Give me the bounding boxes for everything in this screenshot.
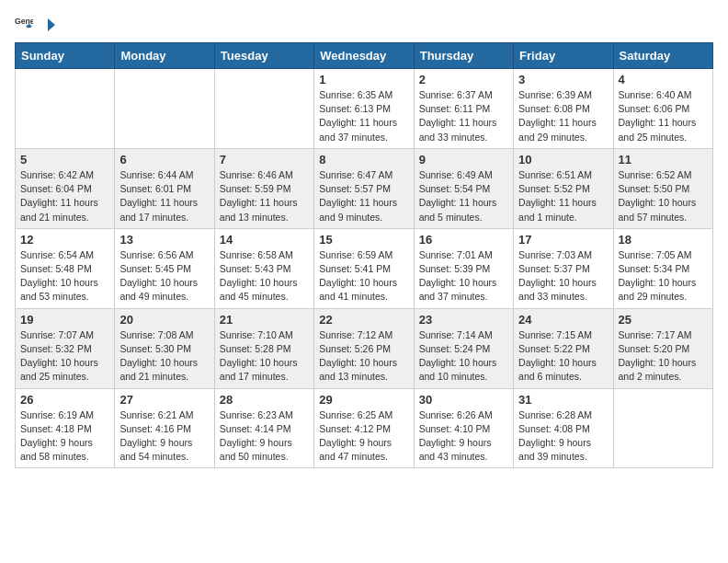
calendar-table: SundayMondayTuesdayWednesdayThursdayFrid… bbox=[15, 42, 713, 468]
weekday-header-sunday: Sunday bbox=[16, 43, 115, 69]
day-number: 28 bbox=[220, 393, 309, 407]
day-info: Sunrise: 6:44 AM Sunset: 6:01 PM Dayligh… bbox=[119, 168, 209, 224]
day-number: 2 bbox=[419, 73, 508, 86]
day-cell: 16Sunrise: 7:01 AM Sunset: 5:39 PM Dayli… bbox=[414, 228, 513, 308]
day-info: Sunrise: 7:12 AM Sunset: 5:26 PM Dayligh… bbox=[319, 328, 408, 385]
day-info: Sunrise: 7:14 AM Sunset: 5:24 PM Dayligh… bbox=[419, 328, 508, 385]
day-number: 14 bbox=[220, 233, 309, 247]
day-cell: 30Sunrise: 6:26 AM Sunset: 4:10 PM Dayli… bbox=[414, 388, 513, 468]
day-number: 23 bbox=[419, 313, 508, 327]
day-cell: 31Sunrise: 6:28 AM Sunset: 4:08 PM Dayli… bbox=[514, 388, 613, 468]
day-number: 6 bbox=[119, 153, 209, 167]
day-cell: 28Sunrise: 6:23 AM Sunset: 4:14 PM Dayli… bbox=[214, 388, 313, 468]
day-cell: 20Sunrise: 7:08 AM Sunset: 5:30 PM Dayli… bbox=[115, 308, 214, 388]
day-number: 25 bbox=[619, 313, 708, 327]
day-info: Sunrise: 6:21 AM Sunset: 4:16 PM Dayligh… bbox=[119, 408, 209, 465]
day-info: Sunrise: 7:15 AM Sunset: 5:22 PM Dayligh… bbox=[518, 328, 608, 385]
day-number: 21 bbox=[220, 313, 309, 327]
day-number: 12 bbox=[20, 233, 109, 247]
svg-marker-1 bbox=[48, 18, 55, 31]
day-cell: 3Sunrise: 6:39 AM Sunset: 6:08 PM Daylig… bbox=[514, 69, 613, 149]
logo-icon: General bbox=[15, 16, 33, 34]
day-info: Sunrise: 7:10 AM Sunset: 5:28 PM Dayligh… bbox=[220, 328, 309, 385]
day-info: Sunrise: 7:03 AM Sunset: 5:37 PM Dayligh… bbox=[518, 248, 608, 304]
day-number: 9 bbox=[419, 153, 508, 167]
day-number: 1 bbox=[319, 73, 408, 86]
day-info: Sunrise: 6:58 AM Sunset: 5:43 PM Dayligh… bbox=[220, 248, 309, 304]
day-cell bbox=[613, 388, 712, 468]
day-info: Sunrise: 6:40 AM Sunset: 6:06 PM Dayligh… bbox=[619, 88, 708, 144]
day-cell: 25Sunrise: 7:17 AM Sunset: 5:20 PM Dayli… bbox=[613, 308, 712, 388]
day-number: 5 bbox=[20, 153, 109, 167]
day-cell: 10Sunrise: 6:51 AM Sunset: 5:52 PM Dayli… bbox=[514, 148, 613, 228]
weekday-header-wednesday: Wednesday bbox=[314, 43, 414, 69]
day-info: Sunrise: 6:23 AM Sunset: 4:14 PM Dayligh… bbox=[220, 408, 309, 465]
day-cell: 26Sunrise: 6:19 AM Sunset: 4:18 PM Dayli… bbox=[16, 388, 115, 468]
day-number: 26 bbox=[20, 393, 109, 407]
day-info: Sunrise: 6:51 AM Sunset: 5:52 PM Dayligh… bbox=[518, 168, 608, 224]
day-cell: 9Sunrise: 6:49 AM Sunset: 5:54 PM Daylig… bbox=[414, 148, 513, 228]
day-info: Sunrise: 7:07 AM Sunset: 5:32 PM Dayligh… bbox=[20, 328, 109, 385]
day-cell: 8Sunrise: 6:47 AM Sunset: 5:57 PM Daylig… bbox=[314, 148, 414, 228]
day-number: 16 bbox=[419, 233, 508, 247]
day-cell: 12Sunrise: 6:54 AM Sunset: 5:48 PM Dayli… bbox=[16, 228, 115, 308]
day-info: Sunrise: 6:54 AM Sunset: 5:48 PM Dayligh… bbox=[20, 248, 109, 304]
weekday-header-monday: Monday bbox=[115, 43, 214, 69]
day-info: Sunrise: 6:46 AM Sunset: 5:59 PM Dayligh… bbox=[220, 168, 309, 224]
day-number: 4 bbox=[619, 73, 708, 86]
day-cell: 4Sunrise: 6:40 AM Sunset: 6:06 PM Daylig… bbox=[613, 69, 712, 149]
day-cell: 22Sunrise: 7:12 AM Sunset: 5:26 PM Dayli… bbox=[314, 308, 414, 388]
day-number: 24 bbox=[518, 313, 608, 327]
day-info: Sunrise: 6:35 AM Sunset: 6:13 PM Dayligh… bbox=[319, 88, 408, 144]
day-info: Sunrise: 7:05 AM Sunset: 5:34 PM Dayligh… bbox=[619, 248, 708, 304]
day-info: Sunrise: 7:17 AM Sunset: 5:20 PM Dayligh… bbox=[619, 328, 708, 385]
logo-arrow-icon bbox=[37, 15, 57, 35]
day-number: 29 bbox=[319, 393, 408, 407]
day-number: 7 bbox=[220, 153, 309, 167]
weekday-header-thursday: Thursday bbox=[414, 43, 513, 69]
day-cell: 27Sunrise: 6:21 AM Sunset: 4:16 PM Dayli… bbox=[115, 388, 214, 468]
weekday-header-saturday: Saturday bbox=[613, 43, 712, 69]
day-number: 22 bbox=[319, 313, 408, 327]
day-number: 13 bbox=[119, 233, 209, 247]
day-info: Sunrise: 6:28 AM Sunset: 4:08 PM Dayligh… bbox=[518, 408, 608, 465]
day-info: Sunrise: 6:25 AM Sunset: 4:12 PM Dayligh… bbox=[319, 408, 408, 465]
day-info: Sunrise: 6:39 AM Sunset: 6:08 PM Dayligh… bbox=[518, 88, 608, 144]
day-number: 19 bbox=[20, 313, 109, 327]
header-row: SundayMondayTuesdayWednesdayThursdayFrid… bbox=[16, 43, 713, 69]
day-cell: 18Sunrise: 7:05 AM Sunset: 5:34 PM Dayli… bbox=[613, 228, 712, 308]
day-number: 20 bbox=[119, 313, 209, 327]
day-cell: 17Sunrise: 7:03 AM Sunset: 5:37 PM Dayli… bbox=[514, 228, 613, 308]
day-info: Sunrise: 6:37 AM Sunset: 6:11 PM Dayligh… bbox=[419, 88, 508, 144]
day-cell: 15Sunrise: 6:59 AM Sunset: 5:41 PM Dayli… bbox=[314, 228, 414, 308]
day-info: Sunrise: 6:49 AM Sunset: 5:54 PM Dayligh… bbox=[419, 168, 508, 224]
day-cell: 21Sunrise: 7:10 AM Sunset: 5:28 PM Dayli… bbox=[214, 308, 313, 388]
day-cell: 11Sunrise: 6:52 AM Sunset: 5:50 PM Dayli… bbox=[613, 148, 712, 228]
day-cell: 6Sunrise: 6:44 AM Sunset: 6:01 PM Daylig… bbox=[115, 148, 214, 228]
week-row-2: 5Sunrise: 6:42 AM Sunset: 6:04 PM Daylig… bbox=[16, 148, 713, 228]
day-number: 8 bbox=[319, 153, 408, 167]
day-number: 30 bbox=[419, 393, 508, 407]
day-number: 11 bbox=[619, 153, 708, 167]
day-number: 15 bbox=[319, 233, 408, 247]
day-info: Sunrise: 7:01 AM Sunset: 5:39 PM Dayligh… bbox=[419, 248, 508, 304]
day-info: Sunrise: 7:08 AM Sunset: 5:30 PM Dayligh… bbox=[119, 328, 209, 385]
day-cell: 5Sunrise: 6:42 AM Sunset: 6:04 PM Daylig… bbox=[16, 148, 115, 228]
day-info: Sunrise: 6:26 AM Sunset: 4:10 PM Dayligh… bbox=[419, 408, 508, 465]
day-info: Sunrise: 6:47 AM Sunset: 5:57 PM Dayligh… bbox=[319, 168, 408, 224]
day-cell bbox=[16, 69, 115, 149]
day-number: 10 bbox=[518, 153, 608, 167]
day-number: 3 bbox=[518, 73, 608, 86]
week-row-5: 26Sunrise: 6:19 AM Sunset: 4:18 PM Dayli… bbox=[16, 388, 713, 468]
day-info: Sunrise: 6:59 AM Sunset: 5:41 PM Dayligh… bbox=[319, 248, 408, 304]
week-row-1: 1Sunrise: 6:35 AM Sunset: 6:13 PM Daylig… bbox=[16, 69, 713, 149]
day-cell: 2Sunrise: 6:37 AM Sunset: 6:11 PM Daylig… bbox=[414, 69, 513, 149]
day-cell: 23Sunrise: 7:14 AM Sunset: 5:24 PM Dayli… bbox=[414, 308, 513, 388]
day-info: Sunrise: 6:56 AM Sunset: 5:45 PM Dayligh… bbox=[119, 248, 209, 304]
weekday-header-friday: Friday bbox=[514, 43, 613, 69]
day-info: Sunrise: 6:42 AM Sunset: 6:04 PM Dayligh… bbox=[20, 168, 109, 224]
week-row-4: 19Sunrise: 7:07 AM Sunset: 5:32 PM Dayli… bbox=[16, 308, 713, 388]
day-info: Sunrise: 6:19 AM Sunset: 4:18 PM Dayligh… bbox=[20, 408, 109, 465]
day-cell bbox=[115, 69, 214, 149]
weekday-header-tuesday: Tuesday bbox=[214, 43, 313, 69]
